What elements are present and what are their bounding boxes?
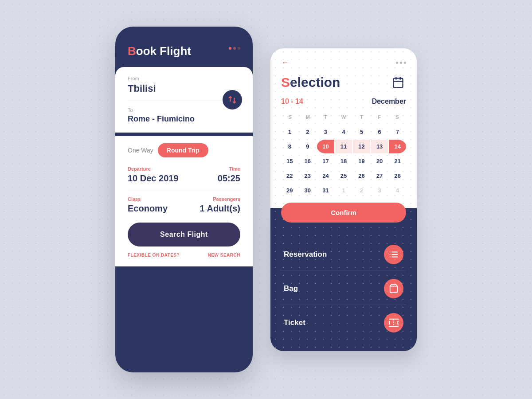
passengers-label: Passengers [213,196,240,202]
time-value[interactable]: 05:25 [218,173,240,184]
cal-cell-3-2[interactable]: 24 [317,169,334,183]
new-search-link[interactable]: NEW SEARCH [208,253,240,258]
cal-cell-3-6[interactable]: 28 [389,169,406,183]
phone2-more-menu[interactable] [396,62,406,64]
cal-cell-3-5[interactable]: 27 [371,169,388,183]
cal-cell-3-0[interactable]: 22 [281,169,298,183]
selection-s: S [281,75,290,90]
selection-title: Selection [281,75,340,90]
phone1-header: Book Flight [115,27,253,67]
calendar-icon[interactable] [390,74,406,90]
phone2-calendar-card: ← Selection 10 - 14 December [270,48,417,208]
passengers-value[interactable]: 1 Adult(s) [200,203,240,214]
trip-type-toggle: One Way Round Trip [128,143,240,157]
day-f: F [370,113,388,121]
round-trip-option[interactable]: Round Trip [158,143,208,157]
calendar-grid: 1234567891011121314151617181920212223242… [281,125,406,197]
flexible-dates-link[interactable]: FLEXIBLE ON DATES? [128,253,180,258]
cal-cell-0-6[interactable]: 7 [389,125,406,139]
menu-icon-reservation[interactable] [384,245,403,264]
cal-cell-3-3[interactable]: 25 [335,169,352,183]
cal-cell-0-4[interactable]: 5 [353,125,370,139]
menu-icon-bag[interactable] [384,279,403,298]
phone1-title: Book Flight [128,44,191,58]
back-button[interactable]: ← [281,58,289,67]
cal-cell-4-0[interactable]: 29 [281,184,298,197]
calendar: S M T W T F S 12345678910111213141516171… [281,113,406,197]
cal-cell-4-2[interactable]: 31 [317,184,334,197]
phone1-content: From Tbilisi To Rome - Fiumicino One Way… [115,67,253,372]
phone2-bottom-menu: Confirm Reservation Bag Ticket [270,208,417,351]
cal-cell-4-3[interactable]: 1 [335,184,352,197]
cal-cell-4-6[interactable]: 4 [389,184,406,197]
phone1-book-flight: Book Flight From Tbilisi To Rome - Fiumi… [115,27,253,372]
swap-button[interactable] [223,90,242,110]
cal-cell-0-2[interactable]: 3 [317,125,334,139]
swap-icon [227,95,237,105]
divider2 [128,190,240,190]
cal-cell-2-5[interactable]: 20 [371,154,388,168]
class-values: Economy 1 Adult(s) [128,203,240,214]
date-range: 10 - 14 [281,98,303,106]
cal-cell-2-2[interactable]: 17 [317,154,334,168]
departure-values: 10 Dec 2019 05:25 [128,173,240,184]
cal-cell-4-1[interactable]: 30 [299,184,317,197]
day-t2: T [352,113,370,121]
day-s2: S [388,113,406,121]
menu-icon-ticket[interactable] [384,313,403,332]
calendar-header: S M T W T F S [281,113,406,121]
cal-cell-0-1[interactable]: 2 [299,125,317,139]
phone2-selection: ← Selection 10 - 14 December [270,48,417,351]
route-card: From Tbilisi To Rome - Fiumicino [115,67,253,133]
class-label: Class [128,196,141,202]
cal-cell-1-5[interactable]: 13 [371,140,388,153]
menu-label-bag: Bag [284,284,298,293]
day-w: W [335,113,352,121]
svg-rect-0 [394,78,403,87]
month-label: December [372,98,406,106]
cal-cell-3-1[interactable]: 23 [299,169,317,183]
menu-item-ticket[interactable]: Ticket [281,307,406,339]
cal-cell-2-3[interactable]: 18 [335,154,352,168]
menu-item-reservation[interactable]: Reservation [281,239,406,271]
phone2-nav: ← [281,58,406,67]
cal-cell-1-3[interactable]: 11 [335,140,352,153]
cal-cell-3-4[interactable]: 26 [353,169,370,183]
one-way-option[interactable]: One Way [128,147,153,154]
time-label: Time [229,166,240,172]
day-s1: S [281,113,299,121]
cal-cell-0-3[interactable]: 4 [335,125,352,139]
bottom-links: FLEXIBLE ON DATES? NEW SEARCH [128,253,240,258]
to-label: To [128,107,240,113]
cal-cell-1-0[interactable]: 8 [281,140,298,153]
cal-cell-0-5[interactable]: 6 [371,125,388,139]
to-value[interactable]: Rome - Fiumicino [128,114,240,124]
date-range-row: 10 - 14 December [281,98,406,106]
cal-cell-2-4[interactable]: 19 [353,154,370,168]
departure-value[interactable]: 10 Dec 2019 [128,173,179,184]
cal-cell-2-6[interactable]: 21 [389,154,406,168]
departure-label: Departure [128,166,151,172]
cal-cell-1-1[interactable]: 9 [299,140,317,153]
more-menu-icon[interactable] [229,47,240,50]
selection-header: Selection [281,74,406,90]
menu-label-reservation: Reservation [284,250,327,259]
menu-item-bag[interactable]: Bag [281,273,406,305]
day-t1: T [317,113,335,121]
cal-cell-1-2[interactable]: 10 [317,140,334,153]
menu-label-ticket: Ticket [284,318,305,327]
cal-cell-1-4[interactable]: 12 [353,140,370,153]
menu-list: Reservation Bag Ticket [281,239,406,339]
cal-cell-4-5[interactable]: 3 [371,184,388,197]
from-value[interactable]: Tbilisi [128,83,240,94]
class-value[interactable]: Economy [128,203,168,214]
departure-row: Departure Time [128,166,240,172]
cal-cell-2-1[interactable]: 16 [299,154,317,168]
cal-cell-4-4[interactable]: 2 [353,184,370,197]
cal-cell-2-0[interactable]: 15 [281,154,298,168]
cal-cell-1-6[interactable]: 14 [389,140,406,153]
confirm-button[interactable]: Confirm [281,203,406,223]
search-flight-button[interactable]: Search Flight [128,223,240,246]
cal-cell-0-0[interactable]: 1 [281,125,298,139]
from-label: From [128,76,240,81]
